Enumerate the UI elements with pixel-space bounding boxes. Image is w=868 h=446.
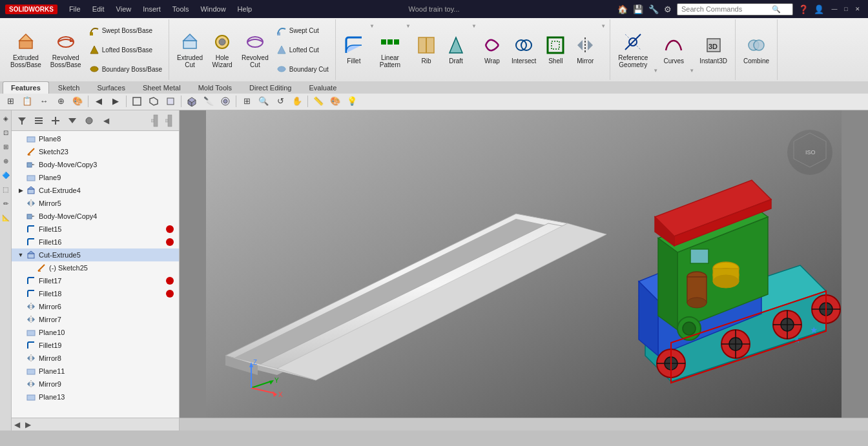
swept-cut-button[interactable]: Swept Cut [274,22,331,39]
tree-item-plane11[interactable]: Plane11 [12,365,179,378]
sec-btn-6[interactable]: ◀ [91,94,107,108]
sec-btn-1[interactable]: ⊞ [3,94,18,108]
tab-sketch[interactable]: Sketch [50,81,88,94]
lofted-cut-button[interactable]: Lofted Cut [274,41,331,58]
draft-button[interactable]: Draft [442,21,470,79]
rotate-button[interactable]: ↺ [273,94,288,108]
view-top-button[interactable] [163,94,178,108]
intersect-button[interactable]: Intersect [508,21,540,79]
tree-item-body-move4[interactable]: Body-Move/Copy4 [12,210,179,223]
left-edge-btn-1[interactable]: ◈ [1,113,11,123]
instant3d-button[interactable]: 3D Instant3D [696,21,731,79]
combine-button[interactable]: Combine [739,21,773,79]
tree-item-fillet17[interactable]: Fillet17 [12,274,179,287]
toolbar-icon-2[interactable]: 💾 [633,5,643,14]
tree-item-mirror6[interactable]: Mirror6 [12,300,179,313]
rib-button[interactable]: Rib [412,21,440,79]
scenes-button[interactable]: 💡 [344,94,360,108]
tree-item-body-move3[interactable]: Body-Move/Copy3 [12,158,179,171]
expand-plane13[interactable] [17,393,25,401]
tree-item-mirror8[interactable]: Mirror8 [12,352,179,365]
expand-fillet15[interactable] [17,225,25,233]
view-iso-button[interactable] [146,94,161,108]
fillet-button[interactable]: Fillet [340,21,368,79]
appearance-button[interactable]: 🎨 [327,94,343,108]
mirror-button[interactable]: Mirror [571,21,599,79]
toolbar-icon-4[interactable]: ⚙ [664,5,672,14]
expand-cut-extrude5[interactable]: ▼ [17,251,25,259]
side-indicator-1[interactable] [149,113,162,128]
user-icon[interactable]: 👤 [814,5,824,14]
wrap-button[interactable]: Wrap [478,21,506,79]
sec-btn-5[interactable]: 🎨 [70,94,85,108]
left-edge-btn-3[interactable]: ⊞ [1,141,11,152]
revolve-cut-button[interactable]: RevolvedCut [238,21,273,79]
expand-fillet17[interactable] [17,277,25,285]
tree-item-mirror5[interactable]: Mirror5 [12,197,179,210]
tree-item-mirror9[interactable]: Mirror9 [12,378,179,390]
tree-item-mirror7[interactable]: Mirror7 [12,313,179,326]
minimize-button[interactable]: — [829,5,840,14]
expand-cut-extrude4[interactable]: ▶ [17,187,25,194]
tab-direct-editing[interactable]: Direct Editing [241,81,300,94]
menu-insert[interactable]: Insert [138,4,166,14]
left-edge-btn-8[interactable]: 📐 [1,212,11,223]
expand-plane9[interactable] [17,174,25,181]
expand-fillet19[interactable] [17,341,25,349]
boundary-cut-button[interactable]: Boundary Cut [274,61,331,77]
tree-item-fillet18[interactable]: Fillet18 [12,287,179,300]
expand-mirror8[interactable] [17,354,25,362]
expand-plane8[interactable] [17,135,25,143]
help-icon[interactable]: ❓ [798,5,809,14]
pin-button[interactable]: ◀ [98,113,114,128]
view-palette-button[interactable] [218,94,233,108]
menu-view[interactable]: View [111,4,137,14]
side-indicator-2[interactable] [163,113,176,128]
tree-item-fillet15[interactable]: Fillet15 [12,223,179,236]
shell-button[interactable]: Shell [541,21,570,79]
nav-right[interactable]: ▶ [25,420,31,429]
menu-file[interactable]: File [64,4,86,14]
tree-item-sketch25[interactable]: (-) Sketch25 [12,261,179,274]
expand-sketch23[interactable] [17,148,25,156]
menu-edit[interactable]: Edit [87,4,110,14]
view-front-button[interactable] [129,94,145,108]
zoom-in-button[interactable]: 🔍 [256,94,271,108]
display-states-button[interactable] [81,113,97,128]
revolve-boss-button[interactable]: RevolvedBoss/Base [46,21,85,79]
tab-evaluate[interactable]: Evaluate [300,81,345,94]
sec-btn-7[interactable]: ▶ [108,94,123,108]
expand-mirror6[interactable] [17,303,25,310]
left-edge-btn-2[interactable]: ⊡ [1,127,11,137]
tab-mold-tools[interactable]: Mold Tools [190,81,240,94]
tree-item-fillet16[interactable]: Fillet16 [12,236,179,248]
sec-btn-4[interactable]: ⊕ [53,94,68,108]
toolbar-icon-3[interactable]: 🔧 [648,5,659,14]
nav-left[interactable]: ◀ [14,420,20,429]
menu-window[interactable]: Window [195,4,231,14]
maximize-button[interactable]: □ [841,5,851,14]
left-edge-btn-4[interactable]: ⊕ [1,156,11,166]
3d-viewport[interactable]: ★ ★ Y X Z ISO [180,110,868,431]
left-edge-btn-6[interactable]: ⬚ [1,184,11,194]
tree-item-plane8[interactable]: Plane8 [12,132,179,145]
left-edge-btn-7[interactable]: ✏ [1,198,11,208]
linear-pattern-button[interactable]: LinearPattern [376,21,404,79]
swept-boss-button[interactable]: Swept Boss/Base [87,22,165,39]
toolbar-icon-1[interactable]: 🏠 [617,5,628,14]
expand-mirror9[interactable] [17,380,25,388]
collapse-button[interactable] [65,113,80,128]
search-input[interactable] [681,5,772,13]
expand-mirror7[interactable] [17,316,25,323]
tab-sheet-metal[interactable]: Sheet Metal [134,81,189,94]
curves-button[interactable]: Curves [659,21,688,79]
tree-item-fillet19[interactable]: Fillet19 [12,339,179,352]
tab-features[interactable]: Features [3,81,49,94]
section-view-button[interactable]: 🔪 [201,94,216,108]
tree-item-cut-extrude4[interactable]: ▶ Cut-Extrude4 [12,184,179,197]
expand-plane11[interactable] [17,367,25,375]
menu-tools[interactable]: Tools [167,4,194,14]
left-edge-btn-5[interactable]: 🔷 [1,170,11,180]
expand-fillet18[interactable] [17,290,25,298]
sec-btn-2[interactable]: 📋 [19,94,35,108]
